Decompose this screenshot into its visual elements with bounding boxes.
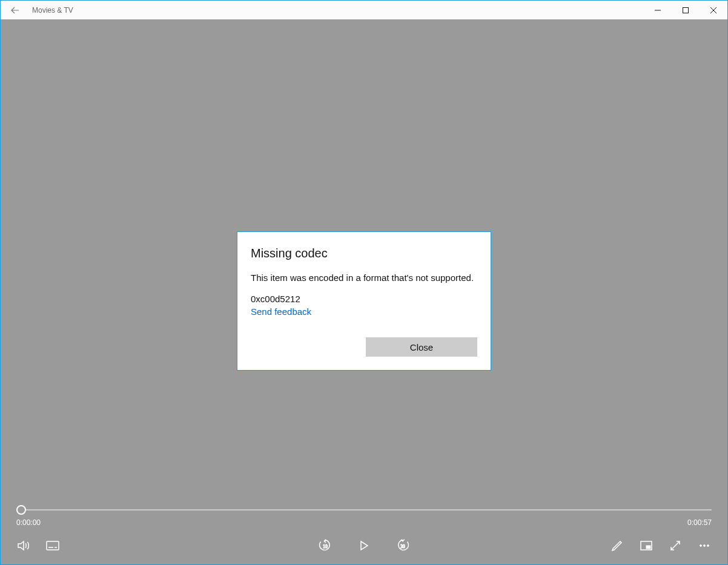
maximize-icon (683, 7, 689, 13)
close-icon (710, 7, 716, 13)
video-area: Missing codec This item was encoded in a… (1, 19, 727, 564)
window-controls (644, 1, 727, 19)
seek-bar[interactable] (16, 504, 712, 516)
svg-rect-3 (646, 546, 650, 549)
maximize-button[interactable] (672, 1, 700, 19)
mini-view-button[interactable] (639, 538, 654, 553)
dialog-actions: Close (251, 337, 477, 357)
close-window-button[interactable] (700, 1, 727, 19)
svg-point-6 (707, 545, 709, 547)
back-button[interactable] (5, 1, 25, 19)
dialog-error-code: 0xc00d5212 (251, 294, 477, 304)
svg-point-4 (700, 545, 702, 547)
video-surface[interactable]: Missing codec This item was encoded in a… (1, 19, 727, 504)
svg-rect-0 (683, 7, 689, 13)
skip-back-icon: 10 (318, 538, 333, 553)
seek-track (19, 509, 712, 510)
dialog-message: This item was encoded in a format that's… (251, 273, 477, 283)
titlebar: Movies & TV (1, 1, 727, 19)
play-icon (358, 540, 370, 552)
playback-controls: 0:00:00 0:00:57 (1, 504, 727, 564)
error-dialog: Missing codec This item was encoded in a… (237, 231, 491, 371)
minimize-icon (655, 7, 661, 13)
dialog-close-button[interactable]: Close (366, 337, 477, 357)
total-time: 0:00:57 (687, 518, 712, 527)
skip-back-label: 10 (323, 544, 328, 549)
volume-button[interactable] (16, 538, 31, 553)
skip-forward-label: 30 (400, 544, 405, 549)
buttons-row: 10 30 (16, 530, 712, 561)
play-button[interactable] (357, 538, 371, 553)
more-button[interactable] (697, 538, 712, 553)
svg-rect-1 (47, 541, 59, 550)
volume-icon (16, 538, 31, 553)
send-feedback-link[interactable]: Send feedback (251, 306, 477, 317)
dialog-title: Missing codec (251, 246, 477, 260)
skip-forward-button[interactable]: 30 (395, 538, 410, 553)
edit-button[interactable] (610, 538, 624, 553)
app-title: Movies & TV (32, 6, 73, 15)
svg-point-5 (704, 545, 706, 547)
skip-forward-icon: 30 (395, 538, 410, 553)
pencil-icon (611, 539, 624, 552)
more-icon (698, 539, 711, 552)
current-time: 0:00:00 (16, 518, 41, 527)
time-row: 0:00:00 0:00:57 (16, 518, 712, 527)
subtitles-icon (45, 538, 60, 553)
subtitles-button[interactable] (45, 538, 60, 553)
mini-view-icon (640, 539, 653, 552)
minimize-button[interactable] (644, 1, 672, 19)
app-window: Movies & TV Missing codec This item was … (0, 0, 728, 565)
skip-back-button[interactable]: 10 (318, 538, 333, 553)
fullscreen-button[interactable] (668, 538, 683, 553)
seek-thumb[interactable] (16, 505, 26, 515)
back-arrow-icon (10, 5, 20, 15)
fullscreen-icon (669, 539, 682, 552)
